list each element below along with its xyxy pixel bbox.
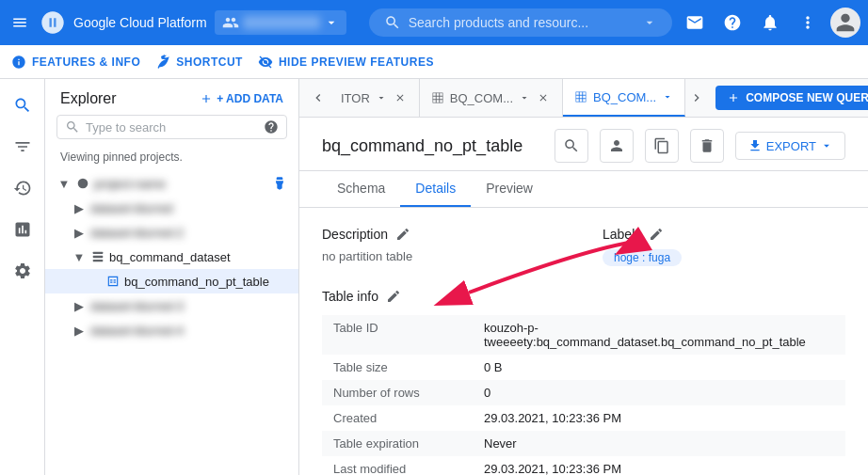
sidebar-icon-search[interactable]	[4, 87, 41, 124]
search-input[interactable]	[409, 15, 635, 30]
pin-icon	[272, 176, 287, 191]
search-bar[interactable]	[369, 8, 672, 37]
tab-nav-right[interactable]	[685, 90, 708, 105]
tab-itor[interactable]: ITOR	[330, 79, 420, 117]
tab-dropdown-icon-3	[662, 91, 673, 103]
table-info-row: Table expiration Never	[322, 431, 845, 456]
copy-action-btn[interactable]	[645, 129, 679, 163]
dataset-label-1: dataset-blurred	[90, 201, 287, 215]
notifications-icon-btn[interactable]	[755, 8, 785, 38]
tree-item-bq-table[interactable]: ▶ bq_command_no_pt_table	[45, 269, 298, 293]
compose-icon	[727, 91, 740, 104]
export-btn[interactable]: EXPORT	[735, 132, 845, 160]
svg-rect-3	[93, 252, 104, 254]
tab-table-icon-2	[574, 90, 587, 103]
top-navbar: Google Cloud Platform	[0, 0, 868, 45]
labels-section: Labels hoge : fuga	[603, 227, 845, 266]
table-info-row: Number of rows 0	[322, 380, 845, 405]
compose-new-query-btn[interactable]: COMPOSE NEW QUERY	[715, 86, 868, 110]
label-chip-hoge: hoge : fuga	[603, 249, 682, 266]
email-icon-btn[interactable]	[680, 8, 710, 38]
details-content: Description no partition table Labels ho…	[299, 208, 868, 475]
table-info-table: Table ID kouzoh-p-tweeeety:bq_command_da…	[322, 315, 845, 475]
tab-itor-close[interactable]	[393, 90, 408, 105]
svg-rect-5	[93, 260, 104, 261]
table-info-key: Table size	[322, 355, 473, 380]
project-label: project-name	[94, 177, 268, 191]
help-icon-btn[interactable]	[717, 8, 747, 38]
sidebar-icon-filter[interactable]	[4, 128, 41, 166]
shortcut-icon	[155, 55, 170, 70]
sidebar-icon-history[interactable]	[4, 169, 41, 207]
tree-item-blurred-1[interactable]: ▶ dataset-blurred	[45, 196, 298, 220]
explorer-search-input[interactable]	[86, 120, 258, 135]
chevron-right-icon: ▶	[72, 200, 87, 215]
sub-tab-details[interactable]: Details	[400, 171, 471, 207]
table-info-row: Created 29.03.2021, 10:23:36 PM	[322, 405, 845, 431]
labels-edit-icon[interactable]	[649, 227, 664, 242]
description-edit-icon[interactable]	[395, 227, 410, 242]
add-data-btn[interactable]: + ADD DATA	[200, 92, 283, 105]
table-info-edit-icon[interactable]	[386, 289, 401, 304]
explorer-search-box[interactable]	[56, 115, 287, 139]
explorer-panel: Explorer + ADD DATA Viewing pinned proje…	[45, 79, 299, 475]
description-title: Description	[322, 227, 565, 242]
delete-action-btn[interactable]	[690, 129, 724, 163]
explorer-search-icon	[65, 119, 80, 135]
table-title: bq_command_no_pt_table	[322, 136, 522, 156]
chevron-down-icon: ▼	[56, 176, 72, 191]
export-dropdown-icon	[820, 139, 833, 152]
nav-icons	[680, 8, 860, 38]
table-icon	[105, 274, 121, 289]
features-info-btn[interactable]: FEATURES & INFO	[11, 55, 140, 70]
sidebar-icon-chart[interactable]	[4, 211, 41, 248]
sub-tabs: Schema Details Preview	[299, 171, 868, 208]
person-action-btn[interactable]	[600, 129, 634, 163]
table-info-key: Table expiration	[322, 431, 473, 456]
export-label: EXPORT	[766, 139, 816, 153]
search-action-btn[interactable]	[555, 129, 588, 163]
project-selector[interactable]	[215, 10, 346, 35]
tree-item-blurred-3[interactable]: ▶ dataset-blurred-3	[45, 293, 298, 318]
tab-nav-left[interactable]	[307, 90, 330, 105]
feature-bar: FEATURES & INFO SHORTCUT HIDE PREVIEW FE…	[0, 45, 868, 79]
tab-bqcom-1[interactable]: BQ_COM...	[420, 79, 563, 117]
more-vert-icon-btn[interactable]	[793, 8, 823, 38]
main-layout: Explorer + ADD DATA Viewing pinned proje…	[0, 79, 868, 475]
sub-tab-schema[interactable]: Schema	[322, 171, 400, 207]
svg-rect-4	[93, 256, 104, 258]
chevron-right-icon	[689, 90, 704, 105]
table-info-title: Table info	[322, 289, 845, 304]
tab-bqcom1-close[interactable]	[536, 90, 551, 105]
delete-action-icon	[699, 137, 715, 154]
tree-item-root[interactable]: ▼ project-name	[45, 171, 298, 196]
bq-table-label: bq_command_no_pt_table	[124, 275, 287, 289]
chevron-left-icon	[311, 90, 326, 105]
tree-item-blurred-2[interactable]: ▶ dataset-blurred-2	[45, 220, 298, 245]
content-area: ITOR BQ_COM... BQ_COM...	[299, 79, 868, 475]
tree-item-blurred-4[interactable]: ▶ dataset-blurred-4	[45, 318, 298, 342]
shortcut-btn[interactable]: SHORTCUT	[155, 55, 243, 70]
table-info-key: Number of rows	[322, 380, 473, 405]
sidebar-icon-settings[interactable]	[4, 252, 41, 290]
search-dropdown-icon	[642, 15, 657, 30]
label-chips: hoge : fuga	[603, 249, 845, 266]
labels-title: Labels	[603, 227, 845, 242]
tab-dropdown-icon-2	[519, 92, 530, 103]
avatar[interactable]	[830, 8, 860, 38]
project-icon	[75, 176, 90, 191]
dataset-label-4: dataset-blurred-4	[90, 324, 287, 338]
brand: Google Cloud Platform	[40, 9, 207, 36]
tab-itor-label: ITOR	[341, 91, 370, 105]
table-info-value: 29.03.2021, 10:23:36 PM	[473, 405, 845, 431]
help-circle-icon	[264, 119, 279, 135]
hide-preview-btn[interactable]: HIDE PREVIEW FEATURES	[258, 55, 434, 70]
tree-item-bq-dataset[interactable]: ▼ bq_command_dataset	[45, 245, 298, 269]
hamburger-menu[interactable]	[8, 10, 32, 35]
brand-text: Google Cloud Platform	[73, 15, 207, 30]
table-info-row: Table size 0 B	[322, 355, 845, 380]
tab-bqcom-2[interactable]: BQ_COM...	[563, 79, 685, 117]
chevron-right-icon-2: ▶	[72, 225, 87, 240]
sub-tab-preview[interactable]: Preview	[471, 171, 548, 207]
copy-action-icon	[653, 137, 670, 154]
